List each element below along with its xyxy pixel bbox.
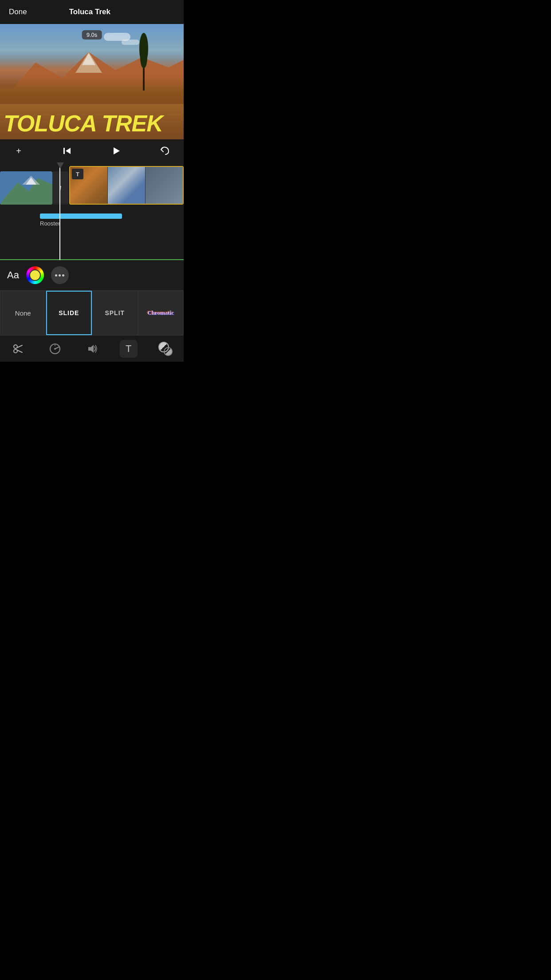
dot-1 bbox=[55, 274, 57, 277]
volume-icon bbox=[86, 343, 98, 355]
style-option-slide[interactable]: SLIDE bbox=[46, 291, 92, 335]
title-styles-row: None SLIDE SPLIT Chromatic STANDAR bbox=[0, 291, 184, 335]
tree-svg bbox=[139, 33, 148, 91]
skip-back-icon bbox=[63, 146, 72, 156]
clip-frame-4 bbox=[183, 167, 184, 204]
playhead-arrow bbox=[57, 162, 64, 169]
text-indicator-button[interactable]: I bbox=[52, 171, 68, 205]
add-button[interactable]: + bbox=[11, 143, 27, 159]
chromatic-shadow-text: Chromatic bbox=[147, 309, 174, 316]
audio-bar bbox=[40, 213, 122, 219]
svg-point-6 bbox=[140, 46, 147, 68]
svg-marker-9 bbox=[114, 147, 120, 154]
video-title-overlay: TOLUCA TREK bbox=[0, 112, 184, 135]
main-clip-strip[interactable] bbox=[69, 166, 184, 205]
svg-point-20 bbox=[54, 348, 56, 350]
text-button[interactable]: T bbox=[118, 338, 140, 360]
clip-thumbnail-small[interactable] bbox=[0, 171, 52, 205]
style-option-none[interactable]: None bbox=[0, 291, 46, 335]
bottom-panel: Aa None SLIDE SPLIT Chromatic STANDAR bbox=[0, 260, 184, 335]
video-preview: 9.0s TOLUCA TREK bbox=[0, 24, 184, 139]
speed-icon bbox=[49, 343, 61, 355]
effects-button[interactable] bbox=[154, 338, 177, 360]
project-title: Toluca Trek bbox=[69, 8, 110, 16]
playhead-line bbox=[59, 162, 60, 260]
effects-icon bbox=[158, 342, 173, 356]
dot-3 bbox=[62, 274, 64, 277]
dot-2 bbox=[59, 274, 61, 277]
clip-frame-2 bbox=[108, 167, 146, 204]
svg-rect-7 bbox=[63, 148, 65, 154]
play-button[interactable] bbox=[108, 143, 124, 159]
time-badge: 9.0s bbox=[82, 30, 102, 40]
timeline-controls: + bbox=[0, 139, 184, 162]
svg-marker-8 bbox=[66, 148, 71, 154]
audio-track[interactable]: Rooster bbox=[40, 213, 122, 225]
speed-button[interactable] bbox=[44, 338, 66, 360]
timeline-area[interactable]: I T Rooster bbox=[0, 162, 184, 260]
effects-circle-secondary bbox=[164, 347, 173, 356]
green-separator-line bbox=[0, 259, 184, 260]
scissors-button[interactable] bbox=[7, 338, 29, 360]
style-option-split[interactable]: SPLIT bbox=[92, 291, 138, 335]
audio-label: Rooster bbox=[40, 220, 122, 227]
more-options-button[interactable] bbox=[51, 266, 69, 284]
style-option-chromatic[interactable]: Chromatic bbox=[138, 291, 184, 335]
clip-thumbnail-svg bbox=[0, 171, 52, 205]
undo-button[interactable] bbox=[157, 143, 173, 159]
done-button[interactable]: Done bbox=[9, 8, 27, 16]
skip-back-button[interactable] bbox=[59, 143, 75, 159]
style-controls-row: Aa bbox=[0, 260, 184, 291]
clip-t-icon: T bbox=[72, 169, 83, 179]
play-icon bbox=[111, 146, 121, 156]
style-none-label: None bbox=[15, 309, 31, 317]
top-bar: Done Toluca Trek bbox=[0, 0, 184, 24]
style-split-label: SPLIT bbox=[105, 309, 125, 316]
text-T-label: T bbox=[126, 343, 131, 355]
style-chromatic-label: Chromatic bbox=[147, 309, 174, 316]
clip-frame-3 bbox=[146, 167, 183, 204]
bottom-toolbar: T bbox=[0, 335, 184, 362]
style-slide-label: SLIDE bbox=[59, 309, 79, 316]
color-picker-button[interactable] bbox=[26, 266, 44, 284]
scissors-icon bbox=[12, 343, 24, 355]
undo-icon bbox=[160, 146, 170, 156]
font-button[interactable]: Aa bbox=[7, 269, 19, 281]
volume-button[interactable] bbox=[81, 338, 103, 360]
color-circle-inner bbox=[29, 269, 41, 281]
svg-marker-22 bbox=[88, 345, 94, 353]
text-T-icon: T bbox=[120, 340, 138, 358]
